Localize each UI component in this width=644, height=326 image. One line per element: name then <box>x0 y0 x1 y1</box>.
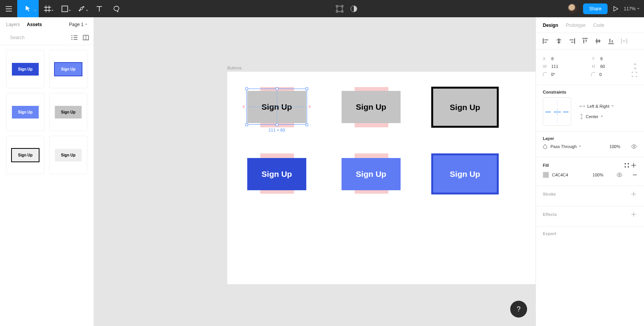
tab-assets[interactable]: Assets <box>27 22 42 27</box>
stroke-section: Stroke <box>536 186 644 206</box>
mask-tool[interactable] <box>350 0 357 17</box>
add-fill-button[interactable] <box>630 162 637 169</box>
align-left-icon[interactable] <box>542 37 550 45</box>
page-selector[interactable]: Page 1 <box>69 22 87 27</box>
constrain-proportions-icon[interactable] <box>633 63 637 69</box>
h-input[interactable]: 60 <box>600 64 627 69</box>
canvas-button-6[interactable]: Sign Up <box>431 153 499 194</box>
align-h-center-icon[interactable] <box>555 37 563 45</box>
shape-tool[interactable] <box>56 0 73 17</box>
asset-thumb: Sign Up <box>55 149 82 161</box>
main-menu-button[interactable] <box>0 0 17 17</box>
distribute-icon[interactable] <box>620 37 628 45</box>
add-stroke-button[interactable] <box>630 191 637 198</box>
rotation-input[interactable]: 0° <box>551 72 578 77</box>
x-label: X <box>543 56 548 61</box>
tab-prototype[interactable]: Prototype <box>566 23 585 28</box>
effects-title: Effects <box>543 212 557 217</box>
asset-component[interactable]: Sign Up <box>6 136 44 174</box>
constraint-box[interactable] <box>543 97 571 126</box>
radius-input[interactable]: 0 <box>600 72 626 77</box>
svg-point-12 <box>628 166 629 168</box>
stroke-title: Stroke <box>543 192 556 196</box>
blend-mode-select[interactable]: Pass Through <box>550 144 581 149</box>
zoom-level[interactable]: 117% <box>624 6 639 12</box>
x-input[interactable]: 8 <box>551 56 578 61</box>
transform-section: X 8 Y 8 W 111 H 60 0° <box>536 49 644 85</box>
help-button[interactable]: ? <box>510 301 527 318</box>
right-panel: Design Prototype Code X 8 Y 8 <box>536 17 644 326</box>
independent-corners-icon[interactable] <box>632 72 637 77</box>
align-right-icon[interactable] <box>568 37 576 45</box>
move-tool[interactable] <box>17 0 39 17</box>
layer-opacity-input[interactable]: 100% <box>610 144 620 149</box>
canvas-button-4[interactable]: Sign Up <box>247 158 306 190</box>
canvas-button-3[interactable]: Sign Up <box>431 87 499 128</box>
assets-search-input[interactable] <box>10 35 67 40</box>
w-label: W <box>543 64 548 69</box>
asset-thumb: Sign Up <box>11 148 39 162</box>
asset-thumb: Sign Up <box>55 106 82 119</box>
eye-icon[interactable] <box>616 173 623 177</box>
asset-component[interactable]: Sign Up <box>49 136 87 174</box>
asset-thumb: Sign Up <box>12 63 39 76</box>
align-v-center-icon[interactable] <box>594 37 602 45</box>
present-button[interactable] <box>613 0 618 17</box>
remove-fill-button[interactable] <box>632 173 637 177</box>
selection-handle[interactable] <box>245 123 248 126</box>
fill-hex-input[interactable]: C4C4C4 <box>552 173 568 177</box>
fill-style-icon[interactable] <box>623 162 630 169</box>
asset-component[interactable]: Sign Up <box>6 93 44 131</box>
text-icon <box>96 6 102 12</box>
selection-handle[interactable] <box>276 123 278 126</box>
list-view-icon[interactable] <box>71 35 77 40</box>
asset-component[interactable]: Sign Up <box>49 50 87 88</box>
tab-layers[interactable]: Layers <box>6 22 20 27</box>
constraints-section: Constraints Left & Right <box>536 85 644 132</box>
add-effect-button[interactable] <box>630 211 637 218</box>
tab-code[interactable]: Code <box>593 23 604 28</box>
pen-tool[interactable] <box>73 0 90 17</box>
align-bottom-icon[interactable] <box>607 37 615 45</box>
selection-handle[interactable] <box>306 87 308 90</box>
left-panel: Layers Assets Page 1 Sign UpSign UpSign … <box>0 17 94 326</box>
pen-icon <box>79 5 85 12</box>
layer-section: Layer Pass Through 100% <box>536 132 644 157</box>
selection-handle[interactable] <box>276 87 278 90</box>
frame-label[interactable]: Buttons <box>227 66 242 70</box>
bounding-box-icon <box>336 5 343 13</box>
tab-design[interactable]: Design <box>543 23 558 28</box>
svg-point-11 <box>625 166 626 168</box>
layer-title: Layer <box>543 136 554 141</box>
canvas[interactable]: Buttons Sign Up Sign Up Sign Up Sign Up … <box>94 17 536 326</box>
eye-icon[interactable] <box>631 144 637 149</box>
edit-object-tool[interactable] <box>336 0 343 17</box>
selection-handle[interactable] <box>245 87 248 90</box>
fill-opacity-input[interactable]: 100% <box>593 173 603 177</box>
align-top-icon[interactable] <box>581 37 589 45</box>
selection-handle[interactable] <box>306 123 308 126</box>
constraint-vertical[interactable]: Center <box>580 114 614 119</box>
text-tool[interactable] <box>90 0 108 17</box>
play-icon <box>613 6 618 12</box>
rotation-icon <box>543 72 548 77</box>
library-icon[interactable] <box>83 35 89 40</box>
share-button[interactable]: Share <box>583 3 608 14</box>
fill-swatch[interactable] <box>543 172 549 178</box>
y-input[interactable]: 8 <box>600 56 627 61</box>
selection-box <box>246 89 307 125</box>
fill-section: Fill C4C4C4 100% <box>536 157 644 186</box>
frame-tool[interactable] <box>39 0 56 17</box>
topbar: Share 117% <box>0 0 644 17</box>
constraint-horizontal[interactable]: Left & Right <box>580 104 614 109</box>
h-label: H <box>592 64 597 69</box>
arrows-h-icon <box>580 104 585 108</box>
hamburger-icon <box>6 6 12 12</box>
asset-component[interactable]: Sign Up <box>49 93 87 131</box>
asset-component[interactable]: Sign Up <box>6 50 44 88</box>
user-avatar[interactable] <box>568 4 578 14</box>
comment-tool[interactable] <box>108 0 125 17</box>
w-input[interactable]: 111 <box>551 64 578 69</box>
canvas-button-2[interactable]: Sign Up <box>342 91 401 123</box>
canvas-button-5[interactable]: Sign Up <box>342 158 401 190</box>
